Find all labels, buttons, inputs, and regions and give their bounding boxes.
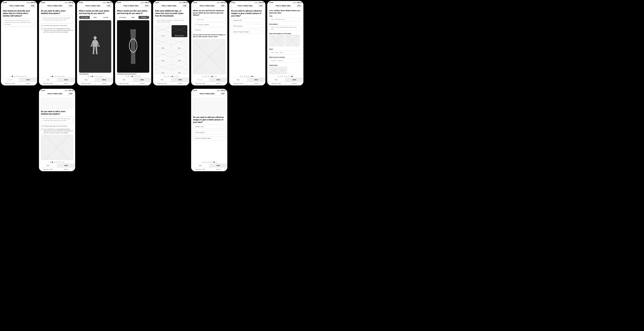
back-button-7[interactable]: ‹	[231, 5, 232, 7]
edit-button-1[interactable]: Edit	[30, 5, 35, 7]
skip-button-5[interactable]: Skip	[153, 78, 171, 82]
take-picture-btn-7b[interactable]: Take a picture	[193, 130, 225, 134]
description-input-2b[interactable]: Add some extra detail and use this oppor…	[41, 116, 73, 124]
back-button-1[interactable]: ‹	[3, 5, 4, 7]
segment-female-3[interactable]: Female	[100, 16, 111, 19]
next-button-7b[interactable]: Next	[210, 164, 228, 167]
confirm-location-field[interactable]: Location + distance ›	[269, 59, 302, 63]
segment-use-words-3[interactable]: Use Words	[79, 16, 90, 19]
post-it-5[interactable]: Post It	[171, 82, 190, 85]
search-google-btn[interactable]: Search Google Images ›	[231, 30, 264, 34]
edit-button-5[interactable]: Edit	[182, 5, 187, 7]
description-input-2[interactable]: Add some extra detail and use this oppor…	[41, 16, 73, 24]
save-later-8[interactable]: Save for Later	[267, 82, 286, 85]
next-button-4[interactable]: Next	[133, 78, 152, 82]
take-picture-btn[interactable]: Take a picture	[231, 24, 264, 28]
search-google-btn-7b[interactable]: Search Google Images ›	[193, 136, 225, 140]
confirm-title-field[interactable]: Title of the tattoo idea ›	[269, 17, 302, 21]
tag-style-6[interactable]: Style	[172, 63, 188, 75]
skip-button-2[interactable]: Skip	[39, 78, 57, 82]
tag-style-1[interactable]: Style	[155, 38, 171, 50]
back-button-7b[interactable]: ‹	[193, 93, 194, 95]
edit-button-7b[interactable]: Edit	[220, 92, 225, 95]
upload-file-btn-7b[interactable]: Upload a file	[193, 125, 225, 129]
edit-button-3[interactable]: Edit	[106, 5, 111, 7]
skip-button-3[interactable]: Skip	[77, 78, 95, 82]
back-button-4[interactable]: ‹	[117, 5, 118, 7]
post-it-1[interactable]: Post It	[19, 82, 37, 85]
save-later-3[interactable]: Save for Later	[77, 82, 95, 85]
segment-male-3[interactable]: Male	[90, 16, 100, 19]
post-it-2[interactable]: Post It	[57, 82, 75, 85]
tag-style-4[interactable]: Style	[172, 50, 188, 62]
next-button-2b[interactable]: Next	[57, 164, 75, 167]
save-later-7[interactable]: Save for Later	[229, 82, 248, 85]
next-button-1[interactable]: Next	[19, 78, 37, 82]
confirm-desc-field[interactable]: This is a more detailed description of t…	[269, 25, 302, 31]
checkbox-2ba[interactable]	[41, 125, 43, 127]
save-later-2[interactable]: Save for Later	[39, 82, 57, 85]
edit-button-4[interactable]: Edit	[144, 5, 149, 7]
added-file-2[interactable]	[278, 67, 287, 74]
skip-button-8[interactable]: Skip	[267, 78, 286, 82]
skip-button-7b[interactable]: Skip	[191, 164, 210, 167]
save-later-4[interactable]: Save for Later	[115, 82, 133, 85]
edit-button-6[interactable]: Edit	[220, 5, 225, 7]
post-it-7b[interactable]: Post It	[210, 168, 228, 171]
next-button-2[interactable]: Next	[57, 78, 75, 82]
back-button-2[interactable]: ‹	[41, 5, 42, 7]
tag-style-3[interactable]: Style	[155, 50, 171, 62]
save-later-1[interactable]: Save for Later	[1, 82, 19, 85]
added-file-1[interactable]	[269, 67, 278, 74]
segment-use-words-4[interactable]: Use Words	[117, 16, 128, 19]
size-img-2[interactable]	[285, 35, 300, 46]
checkbox-2bb[interactable]	[41, 129, 43, 130]
next-button-8[interactable]: Next	[286, 78, 304, 82]
back-button-5[interactable]: ‹	[155, 5, 156, 7]
tag-style-5[interactable]: Style	[155, 63, 171, 75]
checkbox-2a[interactable]	[41, 25, 43, 27]
save-later-6[interactable]: Save for Later	[191, 82, 210, 85]
skip-button-7[interactable]: Skip	[229, 78, 248, 82]
save-later-5[interactable]: Save for Later	[153, 82, 171, 85]
distance-dropdown[interactable]: Distance ⌄	[193, 28, 225, 32]
post-it-4[interactable]: Post It	[133, 82, 152, 85]
next-button-3[interactable]: Next	[95, 78, 113, 82]
tag-style-2[interactable]: Style	[172, 38, 188, 50]
back-button-3[interactable]: ‹	[79, 5, 80, 7]
tag-color[interactable]: Color	[155, 25, 171, 37]
upload-file-btn[interactable]: Upload a file	[231, 18, 264, 22]
next-button-6[interactable]: Next	[210, 78, 228, 82]
current-location-btn[interactable]: 📍 Current Location	[193, 23, 225, 27]
city-zip-input[interactable]: ⌕ City or Zip	[193, 18, 225, 22]
post-it-8[interactable]: Post It	[286, 82, 304, 85]
post-it-6[interactable]: Post It	[210, 82, 228, 85]
segment-male-4[interactable]: Male	[128, 16, 138, 19]
edit-button-2[interactable]: Edit	[68, 5, 73, 7]
skip-button-4[interactable]: Skip	[115, 78, 133, 82]
post-it-7[interactable]: Post It	[248, 82, 266, 85]
save-later-2b[interactable]: Save for Later	[39, 168, 57, 171]
segment-female-4[interactable]: Female	[138, 16, 149, 19]
next-button-7[interactable]: Next	[248, 78, 266, 82]
edit-button-7[interactable]: Edit	[258, 5, 264, 7]
added-file-more[interactable]: ›	[288, 67, 292, 74]
next-button-5[interactable]: Next	[171, 78, 190, 82]
edit-button-8[interactable]: Edit	[296, 5, 302, 7]
tag-input-5[interactable]: Input a word or phrase, and press 'Enter…	[155, 18, 187, 24]
edit-button-2b[interactable]: Edit	[68, 92, 73, 95]
back-button-2b[interactable]: ‹	[41, 93, 42, 95]
checkbox-2b[interactable]	[41, 28, 43, 30]
confirm-style-field[interactable]: Style - Style - Style ›	[269, 50, 302, 55]
body-model-3[interactable]	[79, 20, 111, 73]
post-it-3[interactable]: Post It	[95, 82, 113, 85]
save-later-7b[interactable]: Save for Later	[191, 168, 210, 171]
title-input-1[interactable]: This is going to be the title of your po…	[3, 18, 35, 27]
back-button-8[interactable]: ‹	[269, 5, 270, 7]
tattoo-preview-4[interactable]	[117, 20, 149, 73]
tag-bw[interactable]: Black and White	[172, 25, 188, 37]
post-it-2b[interactable]: Post It	[57, 168, 75, 171]
back-button-6[interactable]: ‹	[193, 5, 194, 7]
size-img-1[interactable]	[269, 35, 284, 46]
skip-button-2b[interactable]: Skip	[39, 164, 57, 167]
